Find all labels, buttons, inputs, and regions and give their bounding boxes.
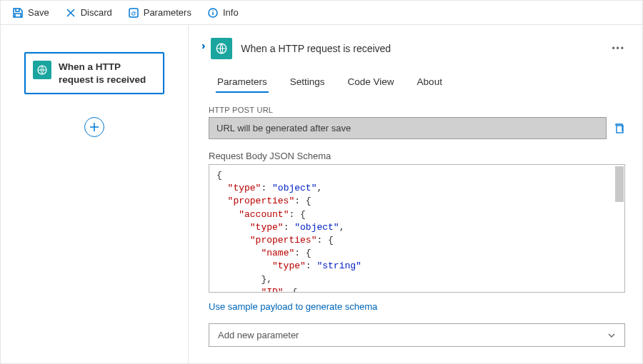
schema-editor[interactable]: { "type": "object", "properties": { "acc… — [209, 164, 625, 293]
use-sample-payload-link[interactable]: Use sample payload to generate schema — [209, 301, 377, 312]
save-label: Save — [28, 7, 49, 18]
schema-label: Request Body JSON Schema — [209, 151, 625, 161]
tab-parameters[interactable]: Parameters — [216, 72, 269, 93]
tab-settings[interactable]: Settings — [289, 72, 327, 93]
collapse-chevron-icon[interactable]: ›› — [201, 40, 202, 51]
scrollbar-thumb[interactable] — [615, 166, 624, 202]
discard-button[interactable]: Discard — [59, 4, 118, 21]
detail-title: When a HTTP request is received — [241, 43, 391, 54]
post-url-field: URL will be generated after save — [209, 117, 607, 139]
post-url-label: HTTP POST URL — [209, 106, 625, 114]
plus-icon — [89, 122, 99, 132]
svg-point-4 — [212, 10, 214, 11]
save-icon — [12, 7, 24, 19]
http-request-icon — [211, 38, 232, 59]
more-menu-button[interactable]: ••• — [612, 44, 625, 54]
toolbar: Save Discard @ Parameters Info — [1, 1, 642, 25]
detail-header: ›› When a HTTP request is received ••• — [196, 38, 625, 59]
tab-code-view[interactable]: Code View — [347, 72, 396, 93]
parameters-section: HTTP POST URL URL will be generated afte… — [196, 106, 625, 347]
close-icon — [65, 7, 76, 19]
svg-text:@: @ — [131, 10, 136, 16]
parameters-button[interactable]: @ Parameters — [122, 4, 197, 21]
discard-label: Discard — [81, 7, 112, 18]
detail-tabs: Parameters Settings Code View About — [196, 72, 625, 93]
info-button[interactable]: Info — [201, 4, 244, 21]
add-parameter-dropdown[interactable]: Add new parameter — [209, 323, 625, 347]
chevron-down-icon — [607, 331, 616, 340]
http-request-icon — [33, 61, 51, 79]
designer-canvas: When a HTTP request is received — [1, 25, 189, 363]
trigger-card-title: When a HTTP request is received — [59, 61, 156, 86]
parameters-icon: @ — [128, 7, 139, 19]
copy-icon[interactable] — [614, 123, 625, 134]
add-step-button[interactable] — [84, 117, 104, 137]
main-area: When a HTTP request is received ›› When … — [1, 25, 642, 363]
info-label: Info — [223, 7, 239, 18]
tab-about[interactable]: About — [416, 72, 444, 93]
parameters-label: Parameters — [144, 7, 191, 18]
trigger-card[interactable]: When a HTTP request is received — [24, 52, 164, 94]
detail-pane: ›› When a HTTP request is received ••• P… — [189, 25, 642, 363]
add-parameter-label: Add new parameter — [218, 330, 299, 340]
info-icon — [207, 7, 219, 19]
save-button[interactable]: Save — [6, 4, 55, 21]
